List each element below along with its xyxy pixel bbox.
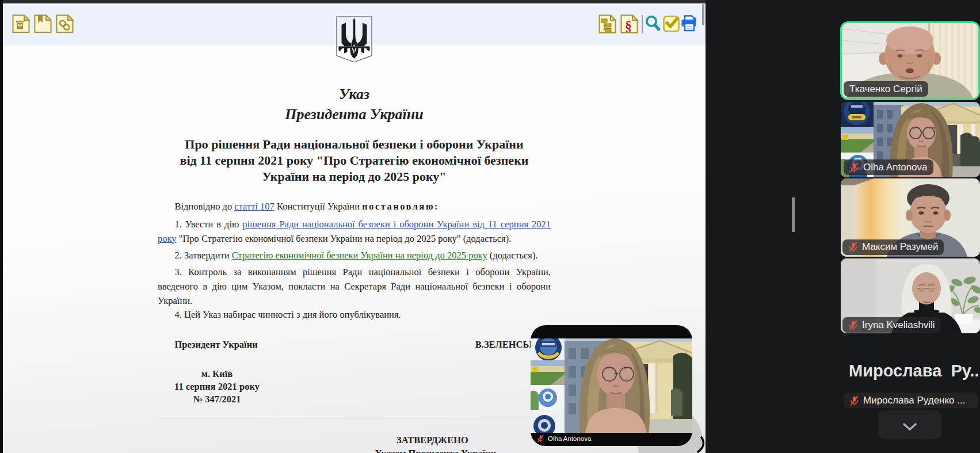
svg-text:§: §: [625, 18, 632, 33]
